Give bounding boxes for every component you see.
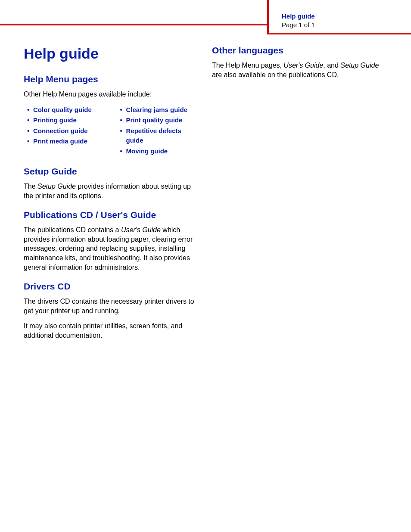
publications-text: The publications CD contains a User's Gu… bbox=[24, 225, 199, 272]
text-span: The publications CD contains a bbox=[24, 226, 121, 233]
guide-link[interactable]: Connection guide bbox=[27, 126, 106, 136]
heading-drivers-cd: Drivers CD bbox=[24, 281, 199, 292]
guide-link[interactable]: Print media guide bbox=[27, 137, 106, 146]
heading-publications-cd: Publications CD / User's Guide bbox=[24, 210, 199, 220]
heading-help-menu: Help Menu pages bbox=[24, 74, 199, 84]
guide-link[interactable]: Moving guide bbox=[120, 146, 199, 156]
guide-list-col-2: Clearing jams guide Print quality guide … bbox=[117, 105, 199, 157]
other-languages-text: The Help Menu pages, User's Guide, and S… bbox=[212, 61, 387, 79]
text-italic: Setup Guide bbox=[37, 183, 76, 190]
drivers-text-1: The drivers CD contains the necessary pr… bbox=[24, 297, 199, 315]
text-span: The bbox=[24, 183, 37, 190]
heading-setup-guide: Setup Guide bbox=[24, 166, 199, 177]
guide-link-lists: Color quality guide Printing guide Conne… bbox=[24, 105, 199, 157]
text-italic: User's Guide bbox=[121, 226, 161, 233]
guide-list-col-1: Color quality guide Printing guide Conne… bbox=[24, 105, 106, 157]
text-span: , and bbox=[323, 62, 340, 69]
left-column: Help guide Help Menu pages Other Help Me… bbox=[24, 45, 199, 346]
page-header: Help guide Page 1 of 1 bbox=[0, 0, 411, 34]
right-column: Other languages The Help Menu pages, Use… bbox=[212, 45, 387, 346]
text-italic: User's Guide bbox=[283, 62, 323, 69]
page-title: Help guide bbox=[24, 45, 199, 62]
drivers-text-2: It may also contain printer utilities, s… bbox=[24, 321, 199, 340]
header-info-box: Help guide Page 1 of 1 bbox=[267, 0, 411, 34]
header-title: Help guide bbox=[282, 12, 411, 21]
header-page-number: Page 1 of 1 bbox=[282, 21, 411, 29]
header-rule bbox=[0, 24, 267, 25]
guide-link[interactable]: Print quality guide bbox=[120, 115, 199, 125]
content-columns: Help guide Help Menu pages Other Help Me… bbox=[0, 34, 411, 346]
guide-link[interactable]: Color quality guide bbox=[27, 105, 106, 115]
heading-other-languages: Other languages bbox=[212, 45, 387, 56]
text-span: The Help Menu pages, bbox=[212, 62, 283, 69]
text-italic: Setup Guide bbox=[340, 62, 379, 69]
setup-guide-text: The Setup Guide provides information abo… bbox=[24, 182, 199, 200]
text-span: are also available on the publications C… bbox=[212, 71, 339, 78]
guide-link[interactable]: Repetitive defects guide bbox=[120, 126, 199, 146]
guide-link[interactable]: Printing guide bbox=[27, 115, 106, 125]
help-menu-intro: Other Help Menu pages available include: bbox=[24, 90, 199, 99]
guide-link[interactable]: Clearing jams guide bbox=[120, 105, 199, 115]
